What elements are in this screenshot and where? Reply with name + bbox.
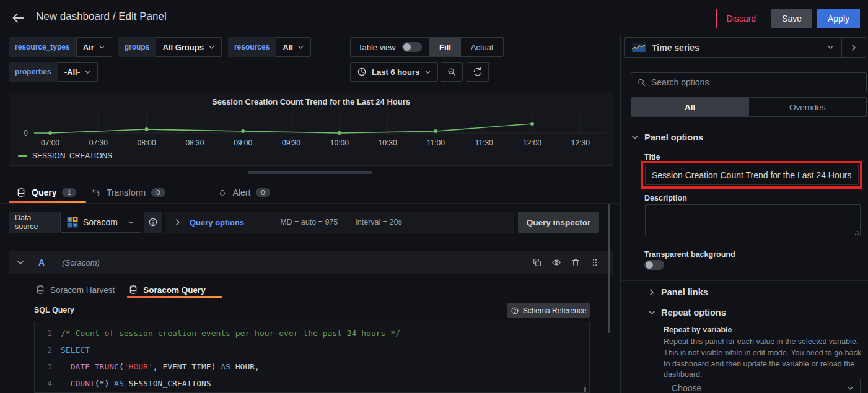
panel-links-section-header[interactable]: Panel links [647,287,708,297]
query-ref-id: A [38,257,45,267]
section-title: Panel options [644,132,703,142]
panel-resize-handle[interactable] [248,171,372,174]
transform-icon [91,188,101,197]
refresh-button[interactable] [467,62,489,82]
legend-color-swatch [18,155,27,157]
panel-options-section-header[interactable]: Panel options [631,132,703,142]
schema-reference-button[interactable]: Schema Reference [507,303,590,318]
code-line: 1/* Count of session creation events per… [35,325,589,342]
svg-text:11:00: 11:00 [427,139,445,147]
back-arrow-icon[interactable] [10,10,26,26]
datasource-picker[interactable]: Soracom [60,212,141,233]
repeat-options-section-header[interactable]: Repeat options [647,308,726,317]
search-options-input[interactable] [651,77,861,87]
tab-soracom-harvest[interactable]: Soracom Harvest [34,282,116,298]
code-line: 4 COUNT(*) AS SESSION_CREATIONS [35,375,589,392]
divider [34,298,613,298]
interval-value: Interval = 20s [355,218,401,227]
datasource-help-button[interactable] [144,212,162,233]
description-field-label: Description [644,194,687,202]
code-line: 3 DATE_TRUNC('HOUR', EVENT_TIME) AS HOUR… [35,358,589,375]
query-inspector-button[interactable]: Query inspector [518,212,599,233]
variable-value-dropdown[interactable]: -All- [58,62,98,82]
query-row-header[interactable]: A (Soracom) [9,251,613,274]
tab-alert[interactable]: Alert 0 [210,182,278,202]
tab-badge: 0 [151,188,165,197]
query-options-collapsed[interactable]: Query options MD = auto = 975 Interval =… [165,212,514,233]
svg-text:10:30: 10:30 [379,139,397,147]
variable-value-dropdown[interactable]: Air [76,37,112,57]
svg-text:09:00: 09:00 [234,139,252,147]
divider [0,203,620,204]
chevron-right-icon [647,288,656,296]
time-range-picker[interactable]: Last 6 hours [350,62,438,82]
segment-overrides[interactable]: Overrides [749,98,867,116]
visualization-picker[interactable]: Time series [624,37,866,58]
chevron-down-icon [297,44,304,51]
chevron-down-icon[interactable] [16,258,25,267]
svg-text:08:00: 08:00 [138,139,156,147]
tab-badge: 0 [256,188,270,197]
save-button[interactable]: Save [771,9,812,28]
drag-handle-icon[interactable] [590,257,600,267]
segment-all[interactable]: All [631,98,749,116]
query-options-link[interactable]: Query options [190,218,244,227]
chart-legend[interactable]: SESSION_CREATIONS [18,152,112,160]
variable-label: properties [9,62,58,82]
delete-query-icon[interactable] [571,257,581,267]
edit-panel-left-pane: resource_types Air groups All Groups res… [0,35,620,393]
time-range-value: Last 6 hours [372,67,419,77]
top-navbar: New dashboard / Edit Panel Discard Save … [0,0,868,35]
template-variables-row-1: resource_types Air groups All Groups res… [9,37,311,57]
discard-button[interactable]: Discard [716,9,766,28]
tab-soracom-query[interactable]: Soracom Query [127,282,207,298]
variable-label: groups [118,37,156,57]
zoom-out-icon [447,67,457,77]
variable-value: All [283,43,293,52]
variable-value-dropdown[interactable]: All [276,37,311,57]
duplicate-query-icon[interactable] [532,257,542,267]
tab-label: Soracom Query [143,285,206,295]
variable-value-dropdown[interactable]: All Groups [156,37,221,57]
chevron-down-icon [208,44,215,51]
sql-code-editor[interactable]: 1/* Count of session creation events per… [34,322,590,393]
database-icon [128,285,138,295]
template-variables-row-2: properties -All- [9,62,98,82]
zoom-out-time-button[interactable] [441,62,463,82]
toggle-query-visibility-icon[interactable] [551,257,561,267]
panel-title-input[interactable] [645,165,859,185]
transparent-background-toggle[interactable] [644,260,664,270]
panel-preview-title: Session Creation Count Trend for the Las… [9,97,613,106]
line-number: 4 [35,379,61,388]
refresh-icon [473,67,483,77]
left-pane-scrollbar[interactable] [608,204,610,333]
soracom-datasource-icon [67,217,78,228]
tab-transform[interactable]: Transform 0 [84,182,173,202]
svg-text:09:30: 09:30 [282,139,300,147]
actual-option[interactable]: Actual [461,38,503,56]
legend-series-name: SESSION_CREATIONS [32,152,112,160]
tab-query[interactable]: Query 1 [9,182,84,202]
tab-label: Transform [107,188,146,197]
chevron-down-icon [99,44,105,51]
line-number: 1 [35,329,61,338]
table-view-toggle[interactable] [402,42,422,52]
title-field-label: Title [644,153,660,162]
apply-button[interactable]: Apply [817,9,860,28]
code-line: 2SELECT [35,342,589,358]
repeat-variable-select[interactable]: Choose [665,379,861,393]
panel-description-textarea[interactable] [645,204,861,236]
chevron-down-icon [827,44,834,51]
svg-text:12:00: 12:00 [523,139,541,147]
query-row-actions [532,257,600,267]
divider [621,280,868,281]
line-number: 2 [35,345,61,355]
chevron-down-icon [647,308,656,317]
svg-text:08:30: 08:30 [185,139,204,147]
fill-option[interactable]: Fill [429,38,461,56]
expand-viz-picker-button[interactable] [842,38,866,57]
editor-scrollbar[interactable] [584,387,586,393]
panel-preview[interactable]: 07:0007:3008:0008:3009:0009:3010:0010:30… [9,92,613,166]
svg-text:10:00: 10:00 [330,139,349,147]
datasource-label: Data source [9,212,60,233]
